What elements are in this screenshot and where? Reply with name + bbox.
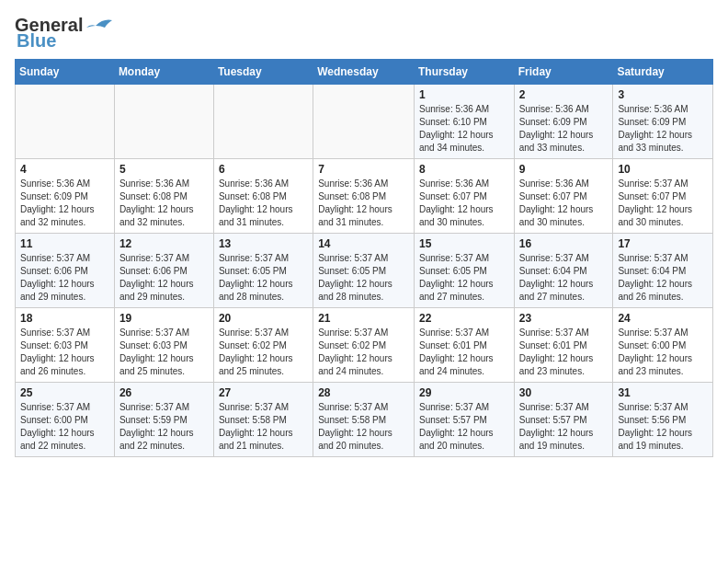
calendar-cell: 16Sunrise: 5:37 AM Sunset: 6:04 PM Dayli…	[514, 234, 613, 308]
calendar-cell: 5Sunrise: 5:36 AM Sunset: 6:08 PM Daylig…	[114, 159, 213, 234]
day-info: Sunrise: 5:37 AM Sunset: 6:03 PM Dayligh…	[20, 327, 109, 378]
calendar-cell: 26Sunrise: 5:37 AM Sunset: 5:59 PM Dayli…	[114, 383, 213, 457]
weekday-tuesday: Tuesday	[213, 60, 313, 85]
logo: General Blue	[15, 15, 112, 52]
day-number: 30	[519, 386, 609, 399]
calendar-cell: 4Sunrise: 5:36 AM Sunset: 6:09 PM Daylig…	[16, 159, 115, 234]
day-info: Sunrise: 5:36 AM Sunset: 6:08 PM Dayligh…	[318, 178, 409, 229]
day-number: 23	[519, 312, 609, 325]
day-number: 5	[119, 163, 209, 176]
day-number: 26	[119, 386, 209, 399]
calendar-cell: 11Sunrise: 5:37 AM Sunset: 6:06 PM Dayli…	[16, 234, 115, 308]
weekday-thursday: Thursday	[414, 60, 514, 85]
calendar-cell: 23Sunrise: 5:37 AM Sunset: 6:01 PM Dayli…	[514, 308, 613, 383]
week-row-4: 18Sunrise: 5:37 AM Sunset: 6:03 PM Dayli…	[16, 308, 713, 383]
calendar-cell: 28Sunrise: 5:37 AM Sunset: 5:58 PM Dayli…	[313, 383, 415, 457]
calendar-cell: 30Sunrise: 5:37 AM Sunset: 5:57 PM Dayli…	[514, 383, 613, 457]
day-number: 10	[618, 163, 708, 176]
calendar-cell: 20Sunrise: 5:37 AM Sunset: 6:02 PM Dayli…	[213, 308, 313, 383]
day-info: Sunrise: 5:37 AM Sunset: 5:57 PM Dayligh…	[419, 401, 509, 453]
day-number: 11	[20, 237, 109, 250]
weekday-sunday: Sunday	[16, 60, 115, 85]
day-info: Sunrise: 5:37 AM Sunset: 5:58 PM Dayligh…	[219, 401, 308, 453]
day-number: 24	[618, 312, 708, 325]
calendar-cell	[16, 85, 115, 159]
calendar-cell: 12Sunrise: 5:37 AM Sunset: 6:06 PM Dayli…	[114, 234, 213, 308]
calendar-table: SundayMondayTuesdayWednesdayThursdayFrid…	[15, 59, 713, 457]
day-info: Sunrise: 5:36 AM Sunset: 6:09 PM Dayligh…	[519, 103, 609, 155]
day-info: Sunrise: 5:37 AM Sunset: 6:03 PM Dayligh…	[119, 327, 209, 378]
day-info: Sunrise: 5:37 AM Sunset: 6:01 PM Dayligh…	[419, 327, 509, 378]
day-info: Sunrise: 5:37 AM Sunset: 6:06 PM Dayligh…	[20, 252, 109, 304]
day-info: Sunrise: 5:36 AM Sunset: 6:09 PM Dayligh…	[20, 178, 109, 229]
calendar-cell: 25Sunrise: 5:37 AM Sunset: 6:00 PM Dayli…	[16, 383, 115, 457]
day-info: Sunrise: 5:37 AM Sunset: 6:02 PM Dayligh…	[318, 327, 409, 378]
weekday-friday: Friday	[514, 60, 613, 85]
calendar-cell: 18Sunrise: 5:37 AM Sunset: 6:03 PM Dayli…	[16, 308, 115, 383]
day-info: Sunrise: 5:37 AM Sunset: 5:58 PM Dayligh…	[318, 401, 409, 453]
day-number: 28	[318, 386, 409, 399]
calendar-body: 1Sunrise: 5:36 AM Sunset: 6:10 PM Daylig…	[16, 85, 713, 457]
day-number: 14	[318, 237, 409, 250]
week-row-2: 4Sunrise: 5:36 AM Sunset: 6:09 PM Daylig…	[16, 159, 713, 234]
day-number: 15	[419, 237, 509, 250]
day-number: 12	[119, 237, 209, 250]
day-info: Sunrise: 5:37 AM Sunset: 6:00 PM Dayligh…	[618, 327, 708, 378]
calendar-cell: 14Sunrise: 5:37 AM Sunset: 6:05 PM Dayli…	[313, 234, 415, 308]
calendar-cell: 29Sunrise: 5:37 AM Sunset: 5:57 PM Dayli…	[414, 383, 514, 457]
logo-bird-icon	[86, 17, 112, 35]
page-header: General Blue	[15, 15, 713, 52]
day-info: Sunrise: 5:37 AM Sunset: 6:05 PM Dayligh…	[419, 252, 509, 304]
calendar-header: SundayMondayTuesdayWednesdayThursdayFrid…	[16, 60, 713, 85]
day-info: Sunrise: 5:37 AM Sunset: 6:00 PM Dayligh…	[20, 401, 109, 453]
day-number: 18	[20, 312, 109, 325]
day-info: Sunrise: 5:36 AM Sunset: 6:10 PM Dayligh…	[419, 103, 509, 155]
day-number: 22	[419, 312, 509, 325]
calendar-cell: 27Sunrise: 5:37 AM Sunset: 5:58 PM Dayli…	[213, 383, 313, 457]
day-number: 9	[519, 163, 609, 176]
weekday-row: SundayMondayTuesdayWednesdayThursdayFrid…	[16, 60, 713, 85]
calendar-cell: 19Sunrise: 5:37 AM Sunset: 6:03 PM Dayli…	[114, 308, 213, 383]
calendar-cell: 8Sunrise: 5:36 AM Sunset: 6:07 PM Daylig…	[414, 159, 514, 234]
day-number: 31	[618, 386, 708, 399]
day-info: Sunrise: 5:37 AM Sunset: 6:04 PM Dayligh…	[519, 252, 609, 304]
day-number: 8	[419, 163, 509, 176]
calendar-cell: 17Sunrise: 5:37 AM Sunset: 6:04 PM Dayli…	[613, 234, 713, 308]
weekday-wednesday: Wednesday	[313, 60, 415, 85]
week-row-3: 11Sunrise: 5:37 AM Sunset: 6:06 PM Dayli…	[16, 234, 713, 308]
day-info: Sunrise: 5:37 AM Sunset: 6:05 PM Dayligh…	[219, 252, 308, 304]
calendar-cell: 15Sunrise: 5:37 AM Sunset: 6:05 PM Dayli…	[414, 234, 514, 308]
day-number: 1	[419, 88, 509, 101]
day-info: Sunrise: 5:37 AM Sunset: 6:02 PM Dayligh…	[219, 327, 308, 378]
day-info: Sunrise: 5:36 AM Sunset: 6:09 PM Dayligh…	[618, 103, 708, 155]
day-info: Sunrise: 5:36 AM Sunset: 6:07 PM Dayligh…	[419, 178, 509, 229]
week-row-5: 25Sunrise: 5:37 AM Sunset: 6:00 PM Dayli…	[16, 383, 713, 457]
day-number: 19	[119, 312, 209, 325]
calendar-cell: 22Sunrise: 5:37 AM Sunset: 6:01 PM Dayli…	[414, 308, 514, 383]
calendar-cell: 13Sunrise: 5:37 AM Sunset: 6:05 PM Dayli…	[213, 234, 313, 308]
day-info: Sunrise: 5:37 AM Sunset: 5:56 PM Dayligh…	[618, 401, 708, 453]
calendar-cell	[213, 85, 313, 159]
day-info: Sunrise: 5:37 AM Sunset: 5:57 PM Dayligh…	[519, 401, 609, 453]
calendar-cell: 24Sunrise: 5:37 AM Sunset: 6:00 PM Dayli…	[613, 308, 713, 383]
day-number: 2	[519, 88, 609, 101]
weekday-monday: Monday	[114, 60, 213, 85]
day-info: Sunrise: 5:36 AM Sunset: 6:08 PM Dayligh…	[219, 178, 308, 229]
calendar-cell: 6Sunrise: 5:36 AM Sunset: 6:08 PM Daylig…	[213, 159, 313, 234]
week-row-1: 1Sunrise: 5:36 AM Sunset: 6:10 PM Daylig…	[16, 85, 713, 159]
calendar-cell: 1Sunrise: 5:36 AM Sunset: 6:10 PM Daylig…	[414, 85, 514, 159]
day-info: Sunrise: 5:37 AM Sunset: 6:06 PM Dayligh…	[119, 252, 209, 304]
calendar-cell: 10Sunrise: 5:37 AM Sunset: 6:07 PM Dayli…	[613, 159, 713, 234]
day-number: 7	[318, 163, 409, 176]
day-info: Sunrise: 5:37 AM Sunset: 6:07 PM Dayligh…	[618, 178, 708, 229]
day-number: 27	[219, 386, 308, 399]
calendar-cell: 21Sunrise: 5:37 AM Sunset: 6:02 PM Dayli…	[313, 308, 415, 383]
calendar-cell: 7Sunrise: 5:36 AM Sunset: 6:08 PM Daylig…	[313, 159, 415, 234]
day-number: 29	[419, 386, 509, 399]
day-info: Sunrise: 5:37 AM Sunset: 6:01 PM Dayligh…	[519, 327, 609, 378]
day-number: 4	[20, 163, 109, 176]
day-number: 20	[219, 312, 308, 325]
day-info: Sunrise: 5:37 AM Sunset: 6:05 PM Dayligh…	[318, 252, 409, 304]
calendar-cell	[114, 85, 213, 159]
calendar-cell	[313, 85, 415, 159]
